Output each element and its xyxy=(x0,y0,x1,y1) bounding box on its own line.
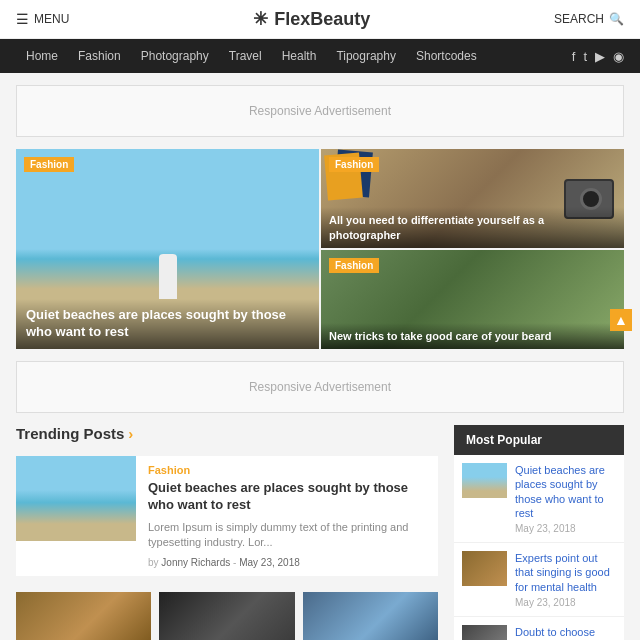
popular-item-title-2[interactable]: Doubt to choose your xyxy=(515,625,616,640)
logo-text: FlexBeauty xyxy=(274,9,370,30)
popular-item: Experts point out that singing is good f… xyxy=(454,543,624,617)
nav-health[interactable]: Health xyxy=(272,39,327,73)
nav-travel[interactable]: Travel xyxy=(219,39,272,73)
trending-title: Trending Posts › xyxy=(16,425,438,442)
hero-main-tag: Fashion xyxy=(24,157,74,172)
nav-bar: Home Fashion Photography Travel Health T… xyxy=(0,39,640,73)
facebook-icon[interactable]: f xyxy=(572,49,576,64)
bottom-thumbs xyxy=(16,592,438,640)
youtube-icon[interactable]: ▶ xyxy=(595,49,605,64)
sidebar: Most Popular Quiet beaches are places so… xyxy=(454,425,624,640)
trending-thumb[interactable] xyxy=(16,456,136,541)
ad-banner-top: Responsive Advertisement xyxy=(16,85,624,137)
trending-item-excerpt: Lorem Ipsum is simply dummy text of the … xyxy=(148,520,430,551)
search-icon: 🔍 xyxy=(609,12,624,26)
nav-links: Home Fashion Photography Travel Health T… xyxy=(16,39,487,73)
popular-item-date-0: May 23, 2018 xyxy=(515,523,616,534)
hero-tertiary-tag: Fashion xyxy=(329,258,379,273)
popular-thumb-0[interactable] xyxy=(462,463,507,498)
search-button[interactable]: SEARCH 🔍 xyxy=(554,12,624,26)
popular-info-0: Quiet beaches are places sought by those… xyxy=(515,463,616,534)
hero-right-column: Fashion All you need to differentiate yo… xyxy=(321,149,624,349)
trending-info: Fashion Quiet beaches are places sought … xyxy=(148,456,438,576)
hero-secondary-caption: All you need to differentiate yourself a… xyxy=(321,207,624,248)
hamburger-icon: ☰ xyxy=(16,11,29,27)
social-links: f t ▶ ◉ xyxy=(572,49,624,64)
scroll-top-button[interactable]: ▲ xyxy=(610,309,632,331)
search-label: SEARCH xyxy=(554,12,604,26)
hero-secondary-tag: Fashion xyxy=(329,157,379,172)
popular-thumb-2[interactable] xyxy=(462,625,507,640)
popular-item-title-0[interactable]: Quiet beaches are places sought by those… xyxy=(515,463,616,520)
trending-item-tag: Fashion xyxy=(148,464,430,476)
nav-tipography[interactable]: Tipography xyxy=(326,39,406,73)
hero-secondary[interactable]: Fashion All you need to differentiate yo… xyxy=(321,149,624,248)
menu-button[interactable]: ☰ MENU xyxy=(16,11,69,27)
hero-main-caption: Quiet beaches are places sought by those… xyxy=(16,299,319,349)
nav-home[interactable]: Home xyxy=(16,39,68,73)
hero-grid: Fashion Quiet beaches are places sought … xyxy=(16,149,624,349)
hero-tertiary-caption: New tricks to take good care of your bea… xyxy=(321,323,624,349)
bottom-thumb-guitar[interactable] xyxy=(16,592,151,640)
popular-item: Quiet beaches are places sought by those… xyxy=(454,455,624,543)
top-bar: ☰ MENU ✳ FlexBeauty SEARCH 🔍 xyxy=(0,0,640,39)
nav-photography[interactable]: Photography xyxy=(131,39,219,73)
hero-tertiary[interactable]: Fashion New tricks to take good care of … xyxy=(321,250,624,349)
hero-main[interactable]: Fashion Quiet beaches are places sought … xyxy=(16,149,319,349)
trending-section: Trending Posts › Fashion Quiet beaches a… xyxy=(16,425,438,640)
popular-info-1: Experts point out that singing is good f… xyxy=(515,551,616,608)
popular-info-2: Doubt to choose your xyxy=(515,625,616,640)
popular-item-date-1: May 23, 2018 xyxy=(515,597,616,608)
menu-label: MENU xyxy=(34,12,69,26)
popular-list: Quiet beaches are places sought by those… xyxy=(454,455,624,640)
trending-arrow: › xyxy=(128,425,133,442)
trending-item-meta: by Jonny Richards - May 23, 2018 xyxy=(148,557,430,568)
ad-text: Responsive Advertisement xyxy=(249,104,391,118)
site-logo[interactable]: ✳ FlexBeauty xyxy=(253,8,370,30)
trending-item-title[interactable]: Quiet beaches are places sought by those… xyxy=(148,480,430,514)
popular-item-title-1[interactable]: Experts point out that singing is good f… xyxy=(515,551,616,594)
bottom-thumb-tripod[interactable] xyxy=(303,592,438,640)
popular-thumb-1[interactable] xyxy=(462,551,507,586)
snowflake-icon: ✳ xyxy=(253,8,268,30)
ad-bottom-text: Responsive Advertisement xyxy=(249,380,391,394)
nav-fashion[interactable]: Fashion xyxy=(68,39,131,73)
nav-shortcodes[interactable]: Shortcodes xyxy=(406,39,487,73)
content-area: Trending Posts › Fashion Quiet beaches a… xyxy=(0,425,640,640)
trending-title-text: Trending Posts xyxy=(16,425,124,442)
bottom-thumb-camera[interactable] xyxy=(159,592,294,640)
twitter-icon[interactable]: t xyxy=(583,49,587,64)
trending-author: Jonny Richards xyxy=(161,557,230,568)
popular-item: Doubt to choose your xyxy=(454,617,624,640)
trending-item: Fashion Quiet beaches are places sought … xyxy=(16,456,438,576)
rss-icon[interactable]: ◉ xyxy=(613,49,624,64)
trending-date: May 23, 2018 xyxy=(239,557,300,568)
most-popular-title: Most Popular xyxy=(454,425,624,455)
ad-banner-bottom: Responsive Advertisement xyxy=(16,361,624,413)
